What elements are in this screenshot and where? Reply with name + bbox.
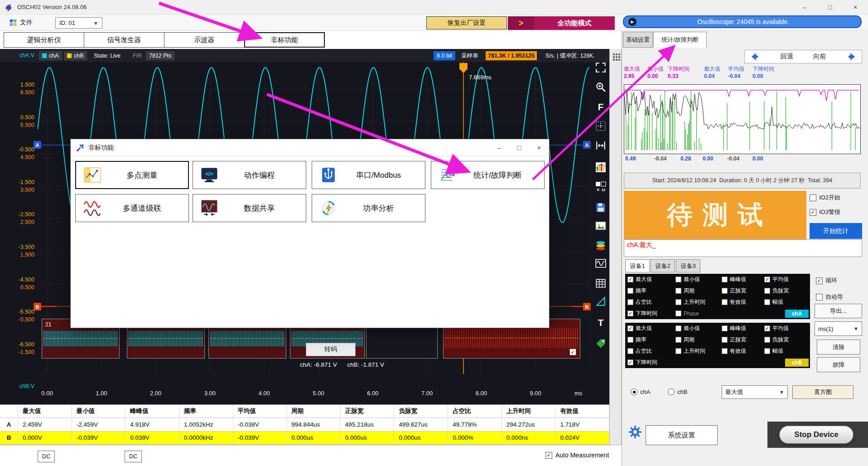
start-statistics-button[interactable]: 开始统计 xyxy=(810,223,862,239)
factory-reset-button[interactable]: 恢复出厂设置 xyxy=(426,16,507,29)
fir-filter-label[interactable]: FIR xyxy=(133,51,142,60)
stat-checkbox-下降时间[interactable]: ✓ xyxy=(627,359,633,365)
grid-cell-上升时间[interactable]: 上升时间 xyxy=(675,296,722,308)
stat-checkbox-负脉宽[interactable] xyxy=(764,288,770,294)
layers-icon[interactable] xyxy=(592,238,609,253)
grid-cell-周期[interactable]: 周期 xyxy=(675,334,722,345)
file-menu-button[interactable]: 文件 xyxy=(5,16,37,29)
marker-b-right[interactable]: B xyxy=(583,303,591,311)
export-button[interactable]: 导出... xyxy=(815,304,862,318)
dialog-button-数据共享[interactable]: 数据共享 xyxy=(193,194,306,222)
channel-b-radio[interactable] xyxy=(668,388,675,395)
panel-splitter[interactable] xyxy=(609,49,622,445)
grid-cell-Phase[interactable]: Phase xyxy=(675,308,722,319)
cursor-grid-icon[interactable] xyxy=(592,118,609,134)
dialog-close-button[interactable]: × xyxy=(529,139,549,156)
stat-checkbox-下降时间[interactable]: ✓ xyxy=(627,311,633,316)
full-mode-button[interactable]: > 全功能模式 xyxy=(508,16,615,30)
statistics-chart[interactable] xyxy=(624,84,861,154)
stat-checkbox-有效值[interactable] xyxy=(722,348,728,354)
grid-cell-下降时间[interactable]: ✓下降时间 xyxy=(627,357,675,368)
grid-cell-频率[interactable]: 频率 xyxy=(627,285,675,296)
tab-信号发生器[interactable]: 信号发生器 xyxy=(84,32,164,48)
dialog-button-动作编程[interactable]: </>动作编程 xyxy=(193,161,306,189)
reference-wave-icon[interactable] xyxy=(592,256,609,271)
stat-checkbox-峰峰值[interactable] xyxy=(722,325,728,331)
coupling-a-select[interactable]: DC xyxy=(38,451,55,462)
tile-windows-icon[interactable]: ✕M xyxy=(592,179,609,194)
dialog-button-功率分析[interactable]: 功率分析 xyxy=(312,194,425,222)
back-button[interactable]: 回退 xyxy=(781,53,793,61)
grid-cell-正脉宽[interactable]: 正脉宽 xyxy=(722,285,764,296)
text-label-icon[interactable]: T xyxy=(592,315,609,330)
grid-cell-占空比[interactable]: 占空比 xyxy=(627,345,675,357)
stat-checkbox-最大值[interactable]: ✓ xyxy=(627,277,633,282)
h-cursors-icon[interactable] xyxy=(592,138,609,153)
stat-checkbox-正脉宽[interactable] xyxy=(722,337,728,343)
channel-b-radio-option[interactable]: chB xyxy=(668,388,687,395)
device-tab-设备1[interactable]: 设备1 xyxy=(625,259,650,272)
transcode-button[interactable]: 转码 xyxy=(306,343,356,356)
stat-checkbox-最小值[interactable] xyxy=(675,277,681,282)
device-id-select[interactable]: ID: 01 ▼ xyxy=(55,17,102,29)
io2-start-option[interactable]: IO2开始 xyxy=(810,194,840,202)
back-arrow-icon[interactable] xyxy=(749,51,760,62)
device-tab-设备2[interactable]: 设备2 xyxy=(651,259,675,272)
stat-checkbox-最大值[interactable]: ✓ xyxy=(627,325,633,331)
marker-b-left[interactable]: B xyxy=(34,303,41,311)
stat-checkbox-幅值[interactable] xyxy=(764,348,770,354)
grid-cell-最小值[interactable]: 最小值 xyxy=(675,274,722,285)
tab-非标功能[interactable]: 非标功能 xyxy=(244,32,325,48)
ruler-icon[interactable] xyxy=(592,294,609,309)
table-icon[interactable] xyxy=(592,276,609,291)
stat-checkbox-占空比[interactable] xyxy=(627,299,633,305)
fit-screen-icon[interactable] xyxy=(592,60,609,75)
io3-checkbox[interactable]: ✓ xyxy=(810,209,816,216)
stat-checkbox-幅值[interactable] xyxy=(764,299,770,305)
channel-a-radio-option[interactable]: chA xyxy=(631,388,650,395)
stat-checkbox-Phase[interactable] xyxy=(675,311,681,316)
stat-checkbox-上升时间[interactable] xyxy=(675,348,681,354)
io2-checkbox[interactable] xyxy=(810,194,816,201)
stat-checkbox-频率[interactable] xyxy=(627,337,633,343)
forward-arrow-icon[interactable] xyxy=(846,51,857,62)
forward-button[interactable]: 向前 xyxy=(813,53,826,61)
stat-checkbox-周期[interactable] xyxy=(675,337,681,343)
dialog-maximize-button[interactable]: □ xyxy=(509,139,529,156)
grid-cell-负脉宽[interactable]: 负脉宽 xyxy=(764,285,812,296)
histogram-icon[interactable] xyxy=(592,160,609,175)
grid-cell-正脉宽[interactable]: 正脉宽 xyxy=(722,334,764,345)
screenshot-icon[interactable] xyxy=(592,218,609,233)
marker-a-right[interactable]: A xyxy=(583,141,591,149)
zoom-icon[interactable] xyxy=(592,79,609,95)
stat-checkbox-最小值[interactable] xyxy=(675,325,681,331)
metric-select[interactable]: 最大值 ▼ xyxy=(722,385,788,399)
histogram-button[interactable]: 直方图 xyxy=(792,385,854,399)
loop-checkbox[interactable]: ✓ xyxy=(816,277,823,284)
stat-checkbox-正脉宽[interactable] xyxy=(722,288,728,294)
grid-cell-幅值[interactable]: 幅值 xyxy=(764,296,812,308)
grid-cell-幅值[interactable]: 幅值 xyxy=(764,345,812,357)
loop-option[interactable]: ✓ 循环 xyxy=(816,277,837,285)
dialog-button-多通道级联[interactable]: 多通道级联 xyxy=(75,194,189,222)
thumbnail-checkbox[interactable]: ✓ xyxy=(569,349,576,355)
grid-cell-有效值[interactable]: 有效值 xyxy=(722,296,764,308)
grid-cell-有效值[interactable]: 有效值 xyxy=(722,345,764,357)
grid-cell-平均值[interactable]: ✓平均值 xyxy=(764,323,812,334)
dialog-button-多点测量[interactable]: 多点测量 xyxy=(75,161,189,189)
unit-select[interactable]: ms(1) ▼ xyxy=(815,321,862,336)
grid-cell-下降时间[interactable]: ✓下降时间 xyxy=(627,308,675,319)
system-settings-button[interactable]: 系统设置 xyxy=(646,425,718,445)
save-icon[interactable] xyxy=(592,200,609,215)
stat-checkbox-平均值[interactable]: ✓ xyxy=(764,277,770,282)
panel-tab-统计/故障判断[interactable]: 统计/故障判断 xyxy=(653,32,707,48)
grid-cell-最大值[interactable]: ✓最大值 xyxy=(627,323,675,334)
maximize-button[interactable]: □ xyxy=(817,0,843,15)
io3-alarm-option[interactable]: ✓ IO3警报 xyxy=(810,208,840,216)
grid-cell-峰峰值[interactable]: 峰峰值 xyxy=(722,274,764,285)
dialog-button-统计/故障判断[interactable]: 统计/故障判断 xyxy=(431,161,545,189)
clear-button[interactable]: 清除 xyxy=(817,340,860,354)
tab-示波器[interactable]: 示波器 xyxy=(164,32,245,48)
grid-cell-占空比[interactable]: 占空比 xyxy=(627,296,675,308)
close-button[interactable]: × xyxy=(843,0,868,15)
